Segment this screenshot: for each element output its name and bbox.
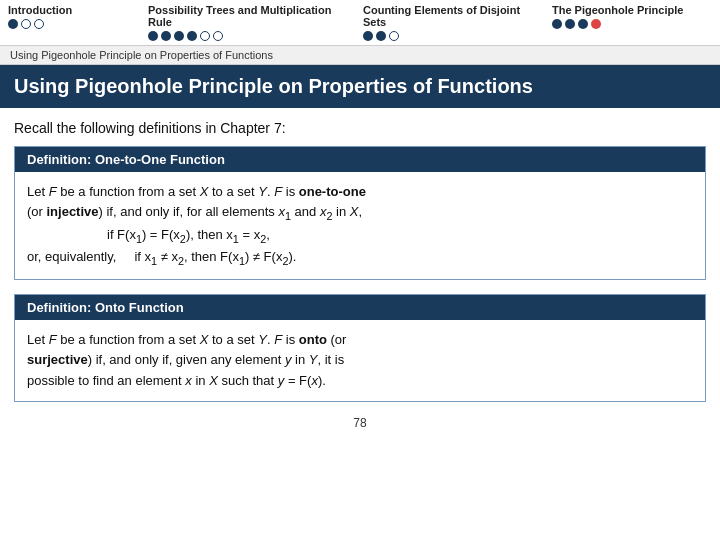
nav-section-title-pigeonhole: The Pigeonhole Principle <box>552 4 683 16</box>
nav-dot-ph-2 <box>565 19 575 29</box>
definition-body-one-to-one: Let F be a function from a set X to a se… <box>15 172 705 279</box>
page-number: 78 <box>14 416 706 430</box>
nav-dot-2 <box>21 19 31 29</box>
recall-text: Recall the following definitions in Chap… <box>14 120 706 136</box>
nav-section-counting-elements: Counting Elements of Disjoint Sets <box>363 4 552 41</box>
nav-dot-1 <box>8 19 18 29</box>
nav-section-possibility-trees: Possibility Trees and Multiplication Rul… <box>148 4 363 41</box>
nav-section-title-possibility-trees: Possibility Trees and Multiplication Rul… <box>148 4 351 28</box>
definition-box-one-to-one: Definition: One-to-One Function Let F be… <box>14 146 706 280</box>
nav-section-title-counting-elements: Counting Elements of Disjoint Sets <box>363 4 540 28</box>
nav-dot-pt-4 <box>187 31 197 41</box>
nav-dot-pt-2 <box>161 31 171 41</box>
definition-box-onto: Definition: Onto Function Let F be a fun… <box>14 294 706 401</box>
nav-dot-pt-3 <box>174 31 184 41</box>
nav-section-pigeonhole: The Pigeonhole Principle <box>552 4 712 29</box>
nav-dot-pt-5 <box>200 31 210 41</box>
nav-dots-pigeonhole <box>552 19 601 29</box>
nav-dot-ph-3 <box>578 19 588 29</box>
nav-dot-pt-1 <box>148 31 158 41</box>
page-title-text: Using Pigeonhole Principle on Properties… <box>14 75 533 97</box>
nav-dot-ce-1 <box>363 31 373 41</box>
nav-dot-ce-2 <box>376 31 386 41</box>
nav-section-introduction: Introduction <box>8 4 148 29</box>
page-title: Using Pigeonhole Principle on Properties… <box>0 65 720 108</box>
breadcrumb-text: Using Pigeonhole Principle on Properties… <box>10 49 273 61</box>
nav-dot-ce-3 <box>389 31 399 41</box>
main-content: Recall the following definitions in Chap… <box>0 108 720 438</box>
nav-dots-possibility-trees <box>148 31 223 41</box>
nav-dot-ph-4 <box>591 19 601 29</box>
definition-header-text-one-to-one: Definition: One-to-One Function <box>27 152 225 167</box>
definition-body-onto: Let F be a function from a set X to a se… <box>15 320 705 400</box>
nav-dots-introduction <box>8 19 44 29</box>
breadcrumb: Using Pigeonhole Principle on Properties… <box>0 46 720 65</box>
nav-dots-counting-elements <box>363 31 399 41</box>
nav-dot-3 <box>34 19 44 29</box>
nav-dot-pt-6 <box>213 31 223 41</box>
definition-header-one-to-one: Definition: One-to-One Function <box>15 147 705 172</box>
nav-dot-ph-1 <box>552 19 562 29</box>
top-navigation: Introduction Possibility Trees and Multi… <box>0 0 720 46</box>
definition-header-onto: Definition: Onto Function <box>15 295 705 320</box>
page-number-text: 78 <box>353 416 366 430</box>
definition-header-text-onto: Definition: Onto Function <box>27 300 184 315</box>
nav-section-title-introduction: Introduction <box>8 4 72 16</box>
